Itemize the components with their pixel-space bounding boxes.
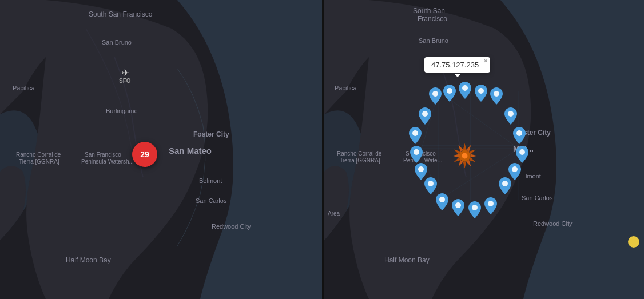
- svg-point-15: [494, 91, 499, 97]
- svg-marker-36: [463, 162, 467, 169]
- svg-point-12: [447, 88, 452, 94]
- airport-icon-left: ✈: [122, 67, 129, 78]
- pin-marker[interactable]: [516, 146, 528, 163]
- pin-marker[interactable]: [490, 87, 503, 105]
- tooltip-close-button[interactable]: ✕: [483, 58, 488, 64]
- pin-marker[interactable]: [429, 87, 442, 105]
- pin-marker[interactable]: [459, 82, 471, 99]
- pin-marker[interactable]: [513, 127, 526, 144]
- svg-point-23: [512, 166, 518, 172]
- pin-marker[interactable]: [443, 85, 456, 102]
- svg-point-27: [455, 202, 461, 208]
- svg-point-20: [414, 149, 419, 155]
- pin-marker[interactable]: [475, 85, 487, 102]
- svg-marker-34: [469, 157, 476, 164]
- pin-marker[interactable]: [419, 107, 431, 125]
- map-tooltip: 47.75.127.235 ✕: [424, 57, 490, 73]
- svg-marker-31: [466, 144, 472, 152]
- cluster-marker[interactable]: 29: [132, 142, 157, 167]
- pin-marker[interactable]: [504, 107, 517, 125]
- svg-point-25: [502, 181, 508, 186]
- pin-marker[interactable]: [484, 197, 497, 214]
- svg-point-14: [478, 88, 484, 94]
- svg-point-22: [418, 166, 424, 172]
- yellow-dot-marker[interactable]: [628, 236, 639, 248]
- svg-marker-37: [457, 160, 463, 168]
- svg-point-18: [412, 130, 418, 136]
- svg-point-16: [422, 111, 428, 117]
- svg-point-26: [439, 197, 445, 202]
- svg-point-28: [472, 205, 478, 210]
- svg-marker-30: [463, 143, 467, 150]
- svg-point-11: [432, 91, 438, 97]
- svg-point-17: [508, 111, 514, 117]
- svg-point-29: [488, 201, 494, 206]
- svg-marker-33: [471, 154, 478, 158]
- svg-marker-39: [452, 154, 459, 158]
- svg-point-19: [516, 130, 522, 136]
- svg-marker-40: [453, 148, 460, 154]
- left-map-panel[interactable]: South San Francisco San Bruno Pacifica ✈…: [0, 0, 322, 299]
- pin-marker[interactable]: [410, 146, 423, 163]
- svg-marker-38: [453, 157, 460, 164]
- pin-marker[interactable]: [424, 177, 437, 194]
- svg-point-13: [462, 85, 468, 91]
- pin-marker[interactable]: [436, 193, 448, 210]
- radial-marker[interactable]: [449, 140, 480, 172]
- svg-marker-35: [466, 160, 472, 168]
- right-map-panel[interactable]: South San Francisco San Bruno Pacifica R…: [324, 0, 644, 299]
- svg-point-24: [428, 181, 434, 186]
- svg-marker-32: [469, 148, 476, 154]
- svg-point-43: [462, 153, 468, 159]
- cluster-count: 29: [140, 150, 149, 159]
- tooltip-ip: 47.75.127.235: [431, 61, 479, 69]
- pin-marker[interactable]: [468, 201, 481, 218]
- svg-marker-41: [457, 144, 463, 152]
- pin-marker[interactable]: [499, 177, 511, 194]
- svg-point-21: [519, 149, 525, 155]
- pin-marker[interactable]: [409, 127, 422, 144]
- pin-marker[interactable]: [452, 199, 464, 216]
